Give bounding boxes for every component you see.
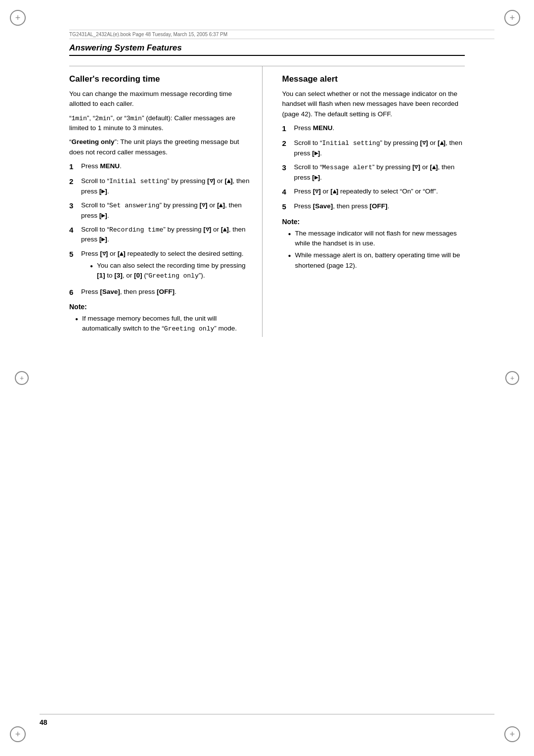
key-down-2: [▿] — [199, 201, 207, 209]
step-1-left: 1 Press MENU. — [69, 161, 252, 173]
key-up-r1: [▴] — [438, 139, 445, 146]
right-col-heading: Message alert — [282, 74, 465, 84]
key-down-r2: [▿] — [412, 163, 420, 171]
step-num-r1: 1 — [282, 123, 291, 135]
key-1: [1] — [97, 272, 105, 279]
key-down-r3: [▿] — [313, 188, 321, 195]
right-intro: You can select whether or not the messag… — [282, 89, 465, 119]
step-num-5: 5 — [69, 249, 78, 283]
step-5-bullet-1: You can also select the recording time b… — [90, 261, 252, 281]
key-up-2: [▴] — [217, 201, 225, 209]
step-3-right: 3 Scroll to “Message alert” by pressing … — [282, 162, 465, 183]
step-r3-content: Scroll to “Message alert” by pressing [▿… — [294, 162, 465, 183]
key-right-r1: [▸] — [312, 149, 320, 157]
off-bold-r: [OFF] — [370, 202, 388, 210]
left-intro-p1: You can change the maximum message recor… — [69, 89, 252, 109]
page-number: 48 — [40, 718, 47, 726]
key-up-r2: [▴] — [430, 163, 438, 171]
metadata-text: TG2431AL_2432AL(e).book Page 48 Tuesday,… — [69, 32, 227, 37]
page-container: TG2431AL_2432AL(e).book Page 48 Tuesday,… — [0, 0, 534, 756]
step-2-content: Scroll to “Initial setting” by pressing … — [81, 176, 252, 196]
step-num-r2: 2 — [282, 138, 291, 158]
left-column: Caller's recording time You can change t… — [69, 66, 263, 337]
step-4-right: 4 Press [▿] or [▴] repeatedly to select … — [282, 187, 465, 198]
step-num-1: 1 — [69, 161, 78, 173]
note-bullets-right: The message indicator will not flash for… — [288, 229, 465, 271]
step-2-right: 2 Scroll to “Initial setting” by pressin… — [282, 138, 465, 158]
step-r1-content: Press MENU. — [294, 123, 465, 135]
key-down-3: [▿] — [203, 226, 211, 233]
note-bullets-left: If message memory becomes full, the unit… — [75, 314, 252, 334]
right-column: Message alert You can select whether or … — [282, 66, 465, 337]
menu-bold-r1: MENU — [313, 124, 333, 132]
step-5-left: 5 Press [▿] or [▴] repeatedly to select … — [69, 249, 252, 283]
key-0: [0] — [134, 272, 142, 279]
step-num-2: 2 — [69, 176, 78, 196]
greeting-only-note-code: Greeting only — [164, 325, 214, 332]
step-3-content: Scroll to “Set answering” by pressing [▿… — [81, 200, 252, 221]
left-intro-p3: “Greeting only”: The unit plays the gree… — [69, 137, 252, 157]
key-down-1: [▿] — [207, 177, 215, 185]
key-up-r3: [▴] — [330, 188, 338, 195]
step-num-6: 6 — [69, 287, 78, 298]
step-num-3: 3 — [69, 200, 78, 221]
note-label-left: Note: — [69, 303, 252, 311]
left-intro-p2: “1min”, “2min”, or “3min” (default): Cal… — [69, 113, 252, 134]
key-up-3: [▴] — [221, 226, 229, 233]
step-6-left: 6 Press [Save], then press [OFF]. — [69, 287, 252, 298]
step-1-right: 1 Press MENU. — [282, 123, 465, 135]
left-col-heading: Caller's recording time — [69, 74, 252, 84]
3min-code: 3min — [127, 115, 142, 122]
step-num-4: 4 — [69, 225, 78, 245]
1min-code: 1min — [72, 115, 87, 122]
greeting-only-bold: Greeting only — [72, 138, 115, 145]
bottom-bar: 48 — [40, 714, 494, 726]
step-6-content: Press [Save], then press [OFF]. — [81, 287, 252, 298]
step-5-right: 5 Press [Save], then press [OFF]. — [282, 201, 465, 213]
key-up-1: [▴] — [225, 177, 233, 185]
section-title: Answering System Features — [69, 43, 465, 56]
step-5-bullets: You can also select the recording time b… — [90, 261, 252, 281]
step-2-left: 2 Scroll to “Initial setting” by pressin… — [69, 176, 252, 196]
step-4-content: Scroll to “Recording time” by pressing [… — [81, 225, 252, 245]
key-right-2: [▸] — [99, 212, 107, 219]
step-r2-content: Scroll to “Initial setting” by pressing … — [294, 138, 465, 158]
initial-setting-code-r: Initial setting — [322, 140, 380, 147]
key-right-r2: [▸] — [312, 174, 320, 181]
step-1-content: Press MENU. — [81, 161, 252, 173]
step-3-left: 3 Scroll to “Set answering” by pressing … — [69, 200, 252, 221]
message-alert-code: Message alert — [322, 164, 372, 171]
key-down-4: [▿] — [100, 250, 108, 257]
set-answering-code: Set answering — [109, 202, 159, 209]
save-bold-r: [Save] — [313, 202, 333, 210]
step-5-content: Press [▿] or [▴] repeatedly to select th… — [81, 249, 252, 283]
key-up-4: [▴] — [118, 250, 126, 257]
step-r4-content: Press [▿] or [▴] repeatedly to select “O… — [294, 187, 465, 198]
greeting-only-code: Greeting only — [148, 272, 198, 280]
initial-setting-code-1: Initial setting — [109, 178, 167, 185]
step-4-left: 4 Scroll to “Recording time” by pressing… — [69, 225, 252, 245]
note-bullet-right-1: The message indicator will not flash for… — [288, 229, 465, 249]
metadata-bar: TG2431AL_2432AL(e).book Page 48 Tuesday,… — [69, 30, 494, 39]
off-bold-1: [OFF] — [157, 288, 175, 295]
save-bold-1: [Save] — [100, 288, 120, 295]
note-bullet-left-1: If message memory becomes full, the unit… — [75, 314, 252, 334]
step-r5-content: Press [Save], then press [OFF]. — [294, 201, 465, 213]
step-num-r4: 4 — [282, 187, 291, 198]
step-num-r5: 5 — [282, 201, 291, 213]
key-3: [3] — [114, 272, 123, 279]
key-down-r1: [▿] — [420, 139, 428, 146]
two-column-layout: Caller's recording time You can change t… — [69, 66, 465, 337]
note-label-right: Note: — [282, 218, 465, 226]
menu-bold-1: MENU — [100, 162, 120, 170]
2min-code: 2min — [95, 115, 110, 122]
key-right-1: [▸] — [99, 188, 107, 195]
main-content: Answering System Features Caller's recor… — [40, 43, 494, 337]
note-bullet-right-2: While message alert is on, battery opera… — [288, 250, 465, 271]
recording-time-code: Recording time — [109, 226, 163, 234]
key-right-3: [▸] — [99, 236, 107, 243]
step-num-r3: 3 — [282, 162, 291, 183]
